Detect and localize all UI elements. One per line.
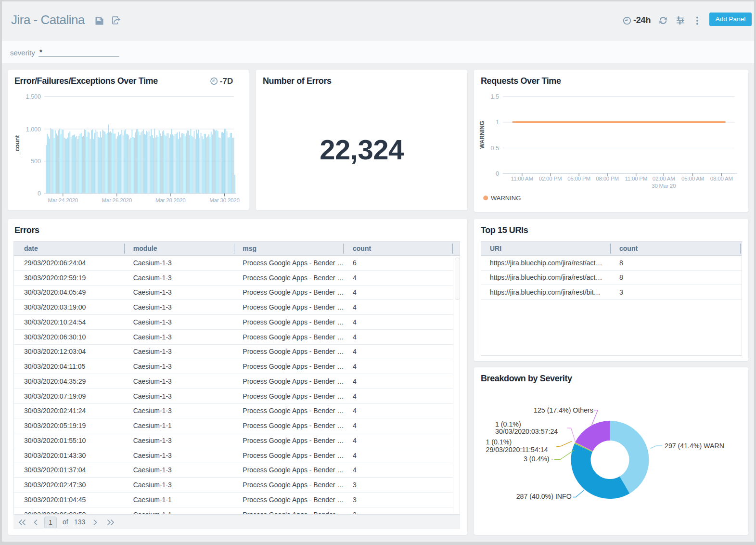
svg-text:11:00 AM: 11:00 AM (511, 176, 533, 182)
svg-text:1 (0.1%): 1 (0.1%) (486, 438, 512, 446)
svg-text:05:00 PM: 05:00 PM (567, 176, 590, 182)
svg-text:0: 0 (38, 190, 41, 197)
svg-text:29/03/2020:11:54:14: 29/03/2020:11:54:14 (486, 446, 548, 454)
svg-text:08:00 AM: 08:00 AM (710, 176, 733, 182)
svg-text:_count: _count (14, 135, 21, 156)
svg-text:-7D: -7D (220, 77, 233, 86)
svg-text:500: 500 (31, 158, 41, 165)
svg-text:Mar 26 2020: Mar 26 2020 (102, 197, 132, 203)
svg-text:125 (17.4%) Others: 125 (17.4%) Others (534, 406, 593, 414)
svg-text:0.5: 0.5 (491, 145, 499, 152)
svg-text:30/03/2020:03:57:24: 30/03/2020:03:57:24 (495, 428, 558, 435)
svg-text:Mar 28 2020: Mar 28 2020 (155, 197, 185, 203)
svg-text:1,500: 1,500 (26, 93, 41, 100)
svg-text:WARNING: WARNING (491, 195, 521, 202)
svg-text:02:00 AM: 02:00 AM (653, 176, 675, 182)
svg-text:1,000: 1,000 (26, 126, 41, 133)
svg-text:297 (41.4%) WARN: 297 (41.4%) WARN (665, 442, 724, 450)
svg-text:1 (0.1%): 1 (0.1%) (495, 420, 521, 428)
svg-text:11:00 PM: 11:00 PM (625, 176, 647, 182)
svg-text:02:00 PM: 02:00 PM (539, 176, 562, 182)
svg-text:3 (0.4%) -: 3 (0.4%) - (524, 455, 554, 463)
svg-text:Mar 30 2020: Mar 30 2020 (209, 197, 239, 203)
svg-text:05:00 AM: 05:00 AM (681, 176, 704, 182)
svg-text:1: 1 (496, 119, 499, 126)
svg-text:0: 0 (496, 170, 499, 177)
svg-text:287 (40.0%) INFO: 287 (40.0%) INFO (516, 493, 572, 500)
svg-text:Mar 24 2020: Mar 24 2020 (48, 197, 78, 203)
svg-text:08:00 PM: 08:00 PM (596, 176, 619, 182)
svg-text:WARNING: WARNING (479, 121, 486, 149)
svg-text:30 Mar 20: 30 Mar 20 (652, 183, 676, 189)
svg-text:1.5: 1.5 (491, 93, 499, 100)
